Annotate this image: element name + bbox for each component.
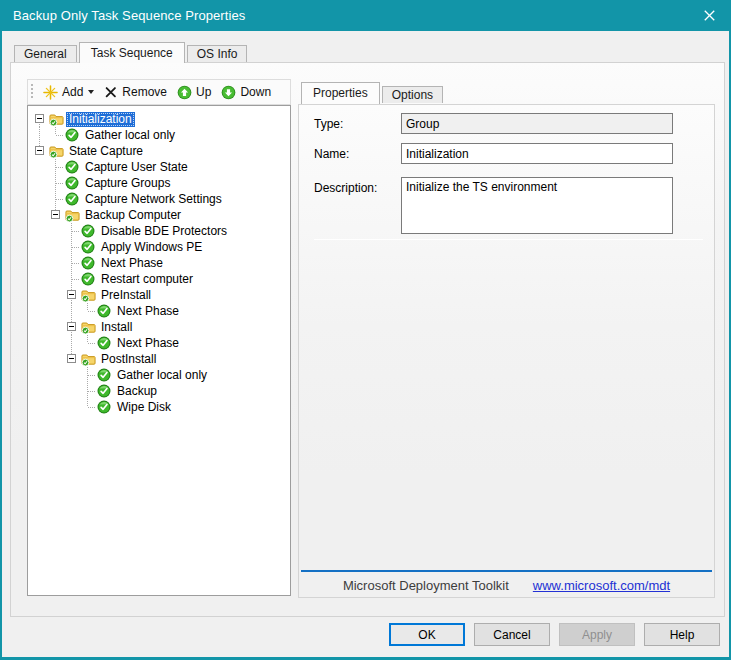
tree-item-capture-groups[interactable]: Capture Groups: [32, 175, 290, 191]
tree-connector: [32, 319, 48, 335]
tree-item-install[interactable]: Install: [32, 319, 290, 335]
tree-item-capture-network-settings[interactable]: Capture Network Settings: [32, 191, 290, 207]
name-label: Name:: [314, 147, 349, 161]
tree-connector: [48, 287, 64, 303]
tree-connector: [32, 191, 48, 207]
tree-item-next-phase-1[interactable]: Next Phase: [32, 255, 290, 271]
check-icon: [96, 303, 112, 319]
tree-connector: [32, 271, 48, 287]
mdt-link[interactable]: www.microsoft.com/mdt: [533, 578, 670, 593]
tree-connector: [64, 255, 80, 271]
titlebar[interactable]: Backup Only Task Sequence Properties: [0, 0, 731, 31]
task-sequence-tree: Initialization Gather local only State C…: [27, 105, 291, 596]
help-button[interactable]: Help: [644, 623, 720, 646]
check-icon: [64, 191, 80, 207]
tree-item-label: Capture Groups: [82, 176, 173, 191]
tree-connector: [48, 271, 64, 287]
tree-connector: [48, 399, 64, 415]
check-icon: [64, 175, 80, 191]
tree-item-next-phase-2[interactable]: Next Phase: [32, 303, 290, 319]
detail-tabs: Properties Options: [301, 79, 445, 104]
tree-connector: [48, 351, 64, 367]
tree-connector: [32, 239, 48, 255]
tab-os-info[interactable]: OS Info: [187, 45, 248, 62]
tree-item-postinstall[interactable]: PostInstall: [32, 351, 290, 367]
tree-connector: [32, 143, 48, 159]
tree-connector: [32, 127, 48, 143]
tree-connector: [48, 159, 64, 175]
close-button[interactable]: [689, 0, 729, 31]
name-field[interactable]: [401, 143, 673, 164]
folder-icon: [80, 319, 96, 335]
tree-item-backup-computer[interactable]: Backup Computer: [32, 207, 290, 223]
chevron-down-icon: [88, 90, 94, 94]
check-icon: [80, 223, 96, 239]
tree-item-apply-windows-pe[interactable]: Apply Windows PE: [32, 239, 290, 255]
tree-connector: [32, 367, 48, 383]
description-label: Description:: [314, 181, 377, 195]
tree-item-capture-user-state[interactable]: Capture User State: [32, 159, 290, 175]
tree-item-label: PreInstall: [98, 288, 154, 303]
remove-button[interactable]: Remove: [99, 83, 172, 101]
dialog: Backup Only Task Sequence Properties Gen…: [0, 0, 731, 660]
tree-item-gather-local-only-2[interactable]: Gather local only: [32, 367, 290, 383]
tree-connector: [32, 111, 48, 127]
tree-item-backup[interactable]: Backup: [32, 383, 290, 399]
description-field[interactable]: Initialize the TS environment: [401, 177, 673, 234]
tree-connector: [64, 239, 80, 255]
tree-item-disable-bde-protectors[interactable]: Disable BDE Protectors: [32, 223, 290, 239]
main-tabs: General Task Sequence OS Info: [14, 42, 249, 63]
tree-connector: [48, 207, 64, 223]
expand-toggle-icon[interactable]: [67, 322, 76, 331]
tree-connector: [32, 303, 48, 319]
tree-connector: [32, 335, 48, 351]
tree-connector: [80, 367, 96, 383]
tree-connector: [32, 223, 48, 239]
folder-icon: [80, 351, 96, 367]
expand-toggle-icon[interactable]: [35, 146, 44, 155]
tree-item-next-phase-3[interactable]: Next Phase: [32, 335, 290, 351]
tree-connector: [48, 383, 64, 399]
dialog-buttons: OK Cancel Apply Help: [389, 623, 720, 646]
tab-properties[interactable]: Properties: [301, 82, 380, 104]
expand-toggle-icon[interactable]: [51, 210, 60, 219]
down-button[interactable]: Down: [216, 83, 276, 102]
expand-toggle-icon[interactable]: [67, 354, 76, 363]
expand-toggle-icon[interactable]: [67, 290, 76, 299]
expand-toggle-icon[interactable]: [35, 114, 44, 123]
tree-connector: [32, 399, 48, 415]
remove-icon: [104, 85, 118, 99]
tree-item-label: Disable BDE Protectors: [98, 224, 230, 239]
tree-item-initialization[interactable]: Initialization: [32, 111, 290, 127]
toolbar-gripper[interactable]: [31, 84, 33, 100]
tree-item-wipe-disk[interactable]: Wipe Disk: [32, 399, 290, 415]
tree-connector: [64, 367, 80, 383]
check-icon: [96, 367, 112, 383]
tab-task-sequence[interactable]: Task Sequence: [79, 42, 185, 63]
tree-item-label: Capture Network Settings: [82, 192, 225, 207]
up-label: Up: [196, 85, 211, 99]
up-icon: [177, 85, 192, 100]
tree-connector: [32, 287, 48, 303]
tree-item-restart-computer[interactable]: Restart computer: [32, 271, 290, 287]
tree-connector: [32, 175, 48, 191]
tree-connector: [80, 303, 96, 319]
tree-connector: [64, 351, 80, 367]
tree-item-preinstall[interactable]: PreInstall: [32, 287, 290, 303]
up-button[interactable]: Up: [172, 83, 216, 102]
tree-connector: [64, 223, 80, 239]
tree-connector: [64, 335, 80, 351]
tab-general[interactable]: General: [14, 45, 77, 62]
tree-item-gather-local-only[interactable]: Gather local only: [32, 127, 290, 143]
add-icon: [43, 85, 58, 100]
tab-options[interactable]: Options: [382, 86, 443, 103]
down-icon: [221, 85, 236, 100]
tree-connector: [64, 303, 80, 319]
tree-connector: [48, 303, 64, 319]
tree-connector: [80, 399, 96, 415]
add-button[interactable]: Add: [38, 83, 99, 102]
mdt-brand-label: Microsoft Deployment Toolkit: [343, 578, 509, 593]
tree-item-state-capture[interactable]: State Capture: [32, 143, 290, 159]
ok-button[interactable]: OK: [389, 623, 465, 646]
cancel-button[interactable]: Cancel: [474, 623, 550, 646]
